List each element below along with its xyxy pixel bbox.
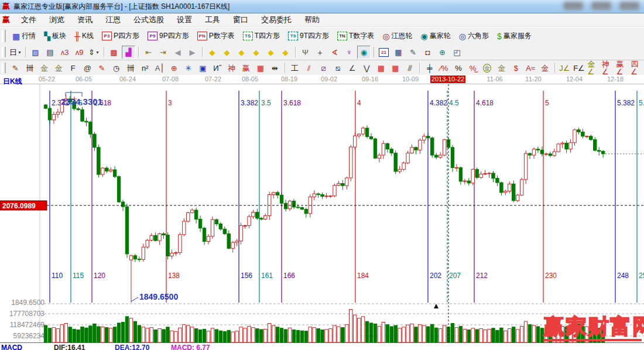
toolbar-grip[interactable] (2, 63, 6, 73)
menu-item-5[interactable]: 设置 (170, 13, 198, 26)
tool-expand-all[interactable]: ◆ (279, 46, 292, 59)
tool-red-grid-1[interactable]: ▦ (375, 61, 388, 75)
tool-fib-grid[interactable]: F (66, 61, 80, 75)
tool-bars-3min[interactable]: ʌ3 (58, 46, 71, 59)
toolbar-grip[interactable] (2, 47, 6, 57)
tool-angle-lines[interactable]: ∠ (345, 61, 359, 75)
tool-period-selector[interactable]: 日▼ (9, 46, 22, 59)
tool-fan-box-2[interactable]: ⧅ (331, 61, 345, 75)
tool-save[interactable]: ◘ (421, 46, 434, 59)
toolbar-button-t-number-table[interactable]: TNT数字表 (333, 30, 378, 42)
tool-candle-style[interactable]: ⇕▼ (87, 46, 101, 59)
tool-hand-drag[interactable]: Ψ (299, 46, 312, 59)
toolbar-button-hexagon[interactable]: ◎六角形 (455, 30, 493, 42)
tool-span-measure[interactable]: ⇹ (268, 61, 282, 75)
maximize-button[interactable] (591, 2, 611, 10)
toolbar-grip[interactable] (2, 30, 6, 42)
toolbar-button-kline[interactable]: ╫K线 (70, 30, 98, 42)
tool-notes[interactable]: ✎ (406, 46, 420, 59)
tool-parallel-lines[interactable]: ⫻ (403, 61, 417, 75)
window-controls[interactable] (563, 2, 639, 10)
tool-gold-grid-2[interactable]: 金 (52, 61, 66, 75)
tool-expand-vertical[interactable]: ◆ (264, 46, 278, 59)
tool-pattern-mark[interactable]: ▩ (107, 46, 121, 59)
close-button[interactable] (619, 2, 639, 10)
tool-percent[interactable]: % (452, 61, 465, 75)
tool-remote-computer[interactable]: ◰ (450, 46, 464, 59)
tool-time-vlines[interactable]: 卌 (23, 61, 37, 75)
menu-item-1[interactable]: 浏览 (43, 13, 71, 26)
tool-v-shape[interactable]: ⋁ (360, 61, 374, 75)
tool-time-cycle[interactable]: ◷ (109, 61, 123, 75)
toolbar-button-9t-square[interactable]: T99T四方形 (284, 30, 333, 42)
menu-item-9[interactable]: 帮助 (298, 13, 326, 26)
tool-angle-measure[interactable]: ∢ (328, 46, 341, 59)
tool-layout-view[interactable]: ▨ (29, 46, 42, 59)
menu-item-3[interactable]: 江恩 (99, 13, 127, 26)
tool-bars-9min[interactable]: ʌ9 (73, 46, 86, 59)
tool-draw-pen[interactable]: ✎ (9, 61, 22, 75)
tool-gann-tool[interactable]: ♆ (342, 46, 356, 59)
tool-info-list[interactable]: ▤ (43, 46, 57, 59)
tool-gold-red[interactable]: 金 (538, 61, 551, 75)
toolbar-button-p-number-table[interactable]: PNP数字表 (193, 30, 239, 42)
tool-zoom-horizontal[interactable]: ◆ (235, 46, 248, 59)
menu-item-4[interactable]: 公式选股 (127, 13, 170, 26)
tool-select-tool[interactable]: ◉ (357, 46, 371, 59)
menu-item-7[interactable]: 窗口 (227, 13, 255, 26)
tool-ying-box[interactable]: 赢 (239, 61, 253, 75)
menu-item-0[interactable]: 文件 (15, 13, 43, 26)
tool-beam-tool[interactable]: 工 (288, 61, 302, 75)
tool-gann-fan[interactable]: ⫽ (302, 61, 316, 75)
tool-wave-tool[interactable]: A≈ (524, 61, 537, 75)
tool-calculator[interactable]: ▦ (392, 46, 405, 59)
tool-crosshair-tool[interactable]: ＋ (313, 46, 327, 59)
toolbar-button-quotes[interactable]: ▦行情 (8, 30, 40, 42)
tool-circle-cross[interactable]: ⊕ (167, 61, 181, 75)
tool-web-update[interactable]: ⊕ (436, 46, 449, 59)
tool-price-pen[interactable]: $ (509, 61, 523, 75)
tool-gold-spiral[interactable]: @ (81, 61, 94, 75)
tool-prev-page[interactable]: ◀ (171, 46, 184, 59)
tool-compress-horizontal[interactable]: ◆ (249, 46, 263, 59)
macd-label[interactable]: MACD (1, 344, 22, 350)
tool-pct-lines[interactable]: %͇ (466, 61, 479, 75)
tool-red-grid-2[interactable]: ▦ (389, 61, 402, 75)
tool-last-page[interactable]: ⇥ (156, 46, 170, 59)
tool-zigzag[interactable]: И˝ (211, 61, 224, 75)
tool-histogram-view[interactable]: ▟ (122, 46, 135, 59)
toolbar-button-winner-service[interactable]: $赢家服务 (493, 30, 536, 42)
toolbar-button-sectors[interactable]: ▚板块 (40, 30, 70, 42)
menu-item-6[interactable]: 工具 (198, 13, 227, 26)
kline-chart[interactable]: 05-2206-0506-2407-0807-2208-0508-1909-02… (0, 75, 644, 350)
toolbar-button-t-square[interactable]: TST四方形 (239, 30, 284, 42)
tool-f-angle[interactable]: F∠ (573, 61, 586, 75)
tool-first-page[interactable]: ⇤ (142, 46, 155, 59)
tool-j-angle[interactable]: J∠ (558, 61, 571, 75)
tool-zoom-right[interactable]: ◆ (220, 46, 234, 59)
tool-pct-slope[interactable]: ∕% (437, 61, 451, 75)
tool-si-angle[interactable]: 四∠ (630, 61, 643, 75)
menu-item-8[interactable]: 交易委托 (255, 13, 298, 26)
tool-ratio-table[interactable]: ╪ (423, 61, 436, 75)
tool-grid-123[interactable]: ▦ (254, 61, 268, 75)
tool-gold-grid-1[interactable]: 金 (37, 61, 51, 75)
tool-shen-grid[interactable]: 神 (225, 61, 238, 75)
tool-shen-angle[interactable]: 神∠ (601, 61, 615, 75)
menu-item-2[interactable]: 资讯 (71, 13, 99, 26)
tool-zoom-left[interactable]: ◆ (205, 46, 219, 59)
toolbar-button-9p-square[interactable]: P99P四方形 (143, 30, 193, 42)
tool-next-page[interactable]: ▶ (186, 46, 199, 59)
minimize-button[interactable] (563, 2, 583, 10)
tool-ray-star[interactable]: ✳ (181, 61, 195, 75)
tool-gold-lines[interactable]: 金 (495, 61, 509, 75)
tool-calendar[interactable]: 21 (377, 46, 390, 59)
tool-square-spiral[interactable]: ▣ (196, 61, 210, 75)
toolbar-button-winner-wheel[interactable]: ◉赢家轮 (417, 30, 455, 42)
tool-red-pen[interactable]: ✎ (95, 61, 109, 75)
tool-vlines-2[interactable]: 卌 (124, 61, 138, 75)
tool-gold-circle[interactable]: 金 (481, 61, 494, 75)
tool-gold-angle[interactable]: 金∠ (587, 61, 600, 75)
toolbar-button-gann-wheel[interactable]: ◎江恩轮 (378, 30, 416, 42)
tool-ying-angle[interactable]: 赢∠ (616, 61, 629, 75)
